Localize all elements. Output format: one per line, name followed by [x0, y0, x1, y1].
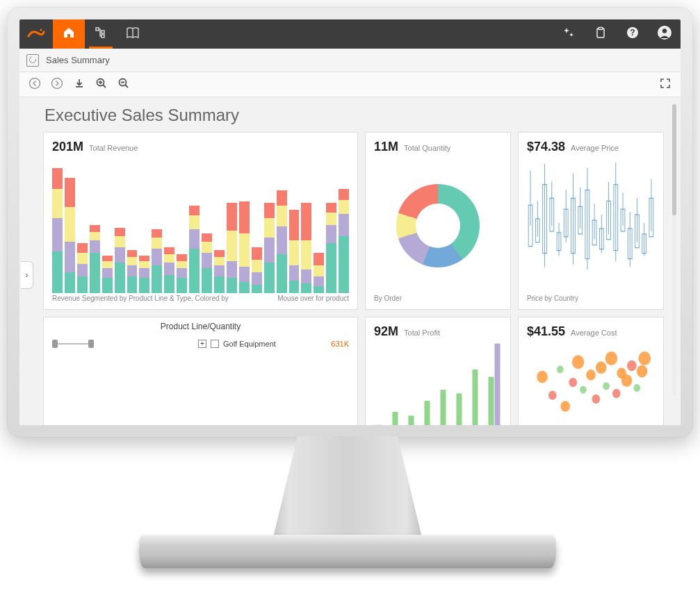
download-button[interactable] [70, 75, 89, 94]
svg-point-69 [596, 361, 606, 374]
svg-rect-1 [96, 28, 99, 31]
monitor-stand-base [139, 535, 556, 568]
avgprice-chart[interactable] [527, 157, 655, 294]
svg-rect-54 [424, 401, 430, 425]
svg-point-77 [637, 365, 647, 378]
nav-book[interactable] [117, 19, 149, 49]
next-page-button[interactable] [47, 75, 67, 94]
nav-clipboard[interactable] [585, 19, 617, 49]
svg-rect-57 [472, 370, 478, 425]
svg-point-74 [621, 374, 632, 387]
svg-point-75 [627, 360, 637, 372]
svg-rect-12 [76, 86, 83, 88]
monitor-frame: ? Sales Summary › [7, 7, 693, 438]
prev-page-button[interactable] [25, 75, 44, 94]
svg-rect-55 [440, 390, 446, 425]
report-content: › Executive Sales Summary 201M Total Rev… [19, 97, 681, 425]
zoom-out-button[interactable] [114, 75, 133, 94]
revenue-label: Total Revenue [89, 144, 138, 152]
top-nav: ? [19, 19, 681, 49]
zoom-out-icon [117, 77, 130, 92]
card-quantity: 11M Total Quantity By Order [365, 132, 511, 310]
expand-icon[interactable]: + [198, 340, 206, 348]
svg-point-62 [557, 365, 564, 373]
quantity-label: Total Quantity [404, 144, 450, 152]
card-revenue: 201M Total Revenue Revenue Segmented by … [43, 132, 358, 310]
revenue-chart[interactable] [52, 157, 349, 294]
hierarchy-icon [95, 26, 107, 42]
svg-point-66 [580, 386, 587, 394]
zoom-in-icon [95, 77, 108, 92]
svg-point-0 [40, 29, 42, 31]
nav-home[interactable] [53, 19, 85, 49]
svg-point-68 [592, 395, 601, 404]
revenue-footer-right: Mouse over for product [277, 294, 349, 302]
svg-point-61 [548, 390, 557, 399]
svg-rect-53 [408, 415, 414, 425]
svg-point-70 [603, 382, 610, 390]
avgcost-label: Average Cost [571, 329, 617, 337]
checkbox-icon[interactable] [211, 340, 219, 348]
chevron-right-icon [51, 77, 63, 92]
svg-point-71 [605, 351, 617, 365]
home-icon [62, 26, 76, 42]
page-title: Executive Sales Summary [44, 106, 664, 125]
download-icon [74, 78, 85, 92]
svg-point-76 [633, 384, 640, 392]
user-icon [657, 25, 672, 43]
zoom-in-button[interactable] [92, 75, 111, 94]
tree-row-golf[interactable]: + Golf Equipment 631K [198, 337, 349, 351]
quantity-metric: 11M [374, 140, 398, 154]
svg-rect-5 [599, 28, 603, 30]
tree-row-value: 631K [331, 340, 349, 348]
product-title: Product Line/Quantity [52, 322, 349, 331]
avgprice-footer: Price by Country [527, 294, 578, 302]
svg-rect-59 [494, 344, 500, 425]
expand-sidebar-button[interactable]: › [21, 261, 33, 289]
profit-metric: 92M [374, 324, 398, 339]
monitor-stand-neck [264, 436, 431, 540]
svg-point-78 [639, 351, 651, 365]
svg-rect-52 [392, 412, 398, 425]
fullscreen-button[interactable] [656, 75, 675, 94]
avgcost-chart[interactable] [527, 342, 655, 425]
svg-point-60 [537, 371, 547, 383]
bookmark-icon[interactable] [26, 54, 39, 67]
help-icon: ? [626, 26, 640, 42]
card-product-line: Product Line/Quantity + Golf Equipment [43, 317, 358, 425]
revenue-footer-left: Revenue Segmented by Product Line & Type… [52, 294, 229, 302]
scrollbar[interactable] [672, 104, 676, 396]
clipboard-icon [594, 26, 607, 42]
card-avg-cost: $41.55 Average Cost [518, 317, 664, 425]
chevron-right-small-icon: › [26, 270, 29, 280]
nav-help[interactable]: ? [617, 19, 649, 49]
svg-point-11 [52, 78, 63, 88]
profit-label: Total Profit [404, 329, 440, 337]
card-profit: 92M Total Profit [365, 317, 511, 425]
quantity-chart[interactable] [396, 184, 480, 267]
svg-point-67 [586, 370, 596, 381]
breadcrumb-title: Sales Summary [46, 55, 110, 65]
nav-hierarchy[interactable] [85, 19, 117, 49]
svg-point-10 [30, 78, 40, 88]
svg-point-9 [662, 28, 667, 33]
breadcrumb-bar: Sales Summary [19, 49, 681, 72]
tree-row-label: Golf Equipment [223, 340, 276, 348]
svg-point-64 [569, 378, 577, 387]
profit-chart[interactable] [374, 342, 502, 425]
fullscreen-icon [660, 78, 671, 92]
svg-rect-2 [101, 31, 104, 33]
avgprice-label: Average Price [571, 144, 619, 152]
svg-point-72 [612, 389, 621, 398]
avgprice-metric: $74.38 [527, 140, 565, 154]
quantity-footer: By Order [374, 294, 402, 302]
product-slider[interactable] [52, 340, 94, 348]
screen: ? Sales Summary › [19, 19, 681, 425]
svg-rect-3 [101, 35, 104, 38]
avgcost-metric: $41.55 [527, 324, 565, 339]
nav-user[interactable] [649, 19, 681, 49]
nav-sparkle[interactable] [553, 19, 585, 49]
book-icon [126, 26, 140, 42]
dashboard-grid: 201M Total Revenue Revenue Segmented by … [43, 132, 664, 425]
sparkle-icon [562, 26, 575, 42]
